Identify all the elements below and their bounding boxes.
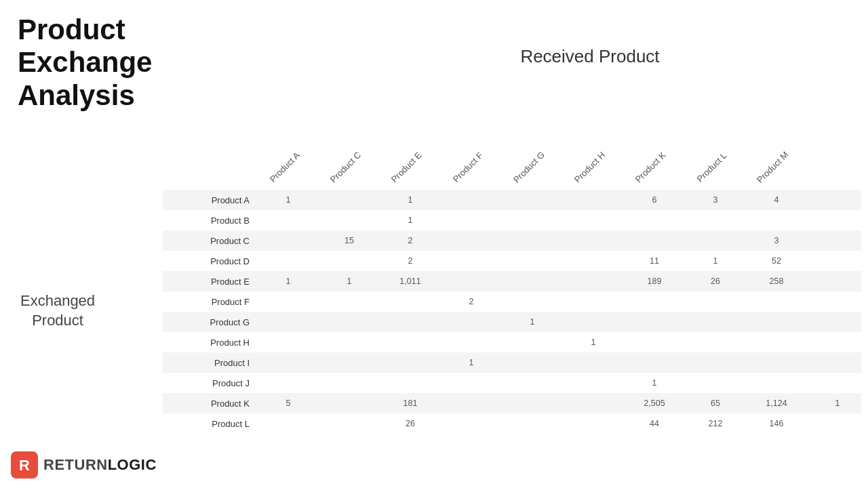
data-cell: 6: [624, 195, 685, 205]
table-row: Product D211152: [163, 251, 861, 271]
row-label: Product B: [163, 216, 258, 226]
data-cell: 2,505: [624, 399, 685, 408]
col-header: Product E: [380, 88, 441, 190]
table-row: Product J1: [163, 373, 861, 393]
data-cell: 1: [319, 277, 380, 286]
data-cell: 15: [319, 236, 380, 245]
data-cell: 1: [441, 358, 502, 367]
row-label: Product F: [163, 297, 258, 307]
table-row: Product H1: [163, 332, 861, 352]
data-cell: 3: [685, 195, 746, 205]
data-cell: 1,011: [380, 277, 441, 286]
data-cell: 2: [380, 256, 441, 266]
row-label: Product C: [163, 236, 258, 246]
row-label: Product D: [163, 256, 258, 266]
col-header: Product L: [685, 88, 746, 190]
title-line2: Exchange: [18, 46, 152, 78]
table-wrapper: Product AProduct CProduct EProduct FProd…: [163, 88, 861, 434]
table-row: Product G1: [163, 312, 861, 332]
row-label: Product H: [163, 338, 258, 348]
data-cell: 1: [258, 277, 319, 286]
data-cell: 1: [563, 338, 624, 347]
data-cell: 44: [624, 419, 685, 428]
logo-area: R RETURNLOGIC: [11, 451, 157, 479]
data-cell: 2: [380, 236, 441, 245]
data-cell: 2: [441, 297, 502, 306]
data-cell: 181: [380, 399, 441, 408]
data-cell: 1: [380, 216, 441, 225]
table-row: Product E111,01118926258: [163, 271, 861, 291]
data-cell: 5: [258, 399, 319, 408]
title-line3: Analysis: [18, 79, 135, 111]
table-row: Product B1: [163, 210, 861, 230]
page-title: Product Exchange Analysis: [18, 14, 152, 112]
data-cell: 1: [502, 317, 563, 327]
data-cell: 212: [685, 419, 746, 428]
data-cell: 258: [746, 277, 807, 286]
data-cell: 65: [685, 399, 746, 408]
data-cell: 3: [746, 236, 807, 245]
row-label: Product K: [163, 399, 258, 409]
table-row: Product A11634: [163, 190, 861, 210]
col-header: Product M: [746, 88, 807, 190]
table-row: Product C1523: [163, 230, 861, 251]
data-cell: 189: [624, 277, 685, 286]
data-cell: 1: [380, 195, 441, 205]
data-cell: 146: [746, 419, 807, 428]
data-cell: 1: [258, 195, 319, 205]
data-table: Product A11634Product B1Product C1523Pro…: [163, 190, 861, 434]
table-row: Product F2: [163, 291, 861, 312]
title-line1: Product: [18, 14, 125, 45]
data-cell: 4: [746, 195, 807, 205]
data-cell: 26: [685, 277, 746, 286]
data-cell: 1: [624, 378, 685, 388]
column-headers: Product AProduct CProduct EProduct FProd…: [258, 88, 861, 190]
data-cell: 11: [624, 256, 685, 266]
returnlogic-logo-icon: R: [11, 451, 38, 479]
row-label: Product L: [163, 419, 258, 429]
col-header: Product F: [441, 88, 502, 190]
data-cell: 26: [380, 419, 441, 428]
svg-text:R: R: [19, 457, 30, 474]
table-row: Product I1: [163, 352, 861, 373]
table-row: Product L2644212146: [163, 413, 861, 434]
row-label: Product E: [163, 277, 258, 287]
received-product-label: Received Product: [312, 46, 868, 67]
row-label: Product G: [163, 317, 258, 327]
col-header: Product G: [502, 88, 563, 190]
row-label: Product J: [163, 378, 258, 388]
data-cell: 52: [746, 256, 807, 266]
row-label: Product A: [163, 195, 258, 205]
row-label: Product I: [163, 358, 258, 368]
table-row: Product K51812,505651,1241: [163, 393, 861, 413]
data-cell-extra: 1: [807, 399, 861, 408]
col-header: Product A: [258, 88, 319, 190]
col-header: Product K: [624, 88, 685, 190]
col-header: Product C: [319, 88, 380, 190]
exchanged-product-label: ExchangedProduct: [20, 291, 95, 330]
data-cell: 1: [685, 256, 746, 266]
logo-text: RETURNLOGIC: [43, 456, 157, 474]
col-header: Product H: [563, 88, 624, 190]
data-cell: 1,124: [746, 399, 807, 408]
